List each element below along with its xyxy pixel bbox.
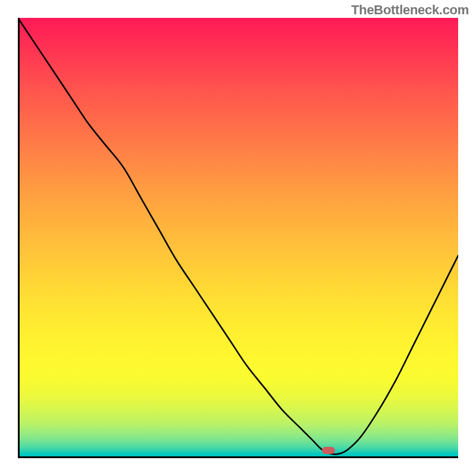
gradient-background <box>18 18 458 458</box>
highlight-marker <box>322 447 335 454</box>
chart-container: TheBottleneck.com <box>0 0 476 476</box>
plot-area <box>18 18 458 458</box>
y-axis <box>18 18 20 458</box>
watermark-text: TheBottleneck.com <box>351 2 469 18</box>
x-axis <box>18 456 458 458</box>
